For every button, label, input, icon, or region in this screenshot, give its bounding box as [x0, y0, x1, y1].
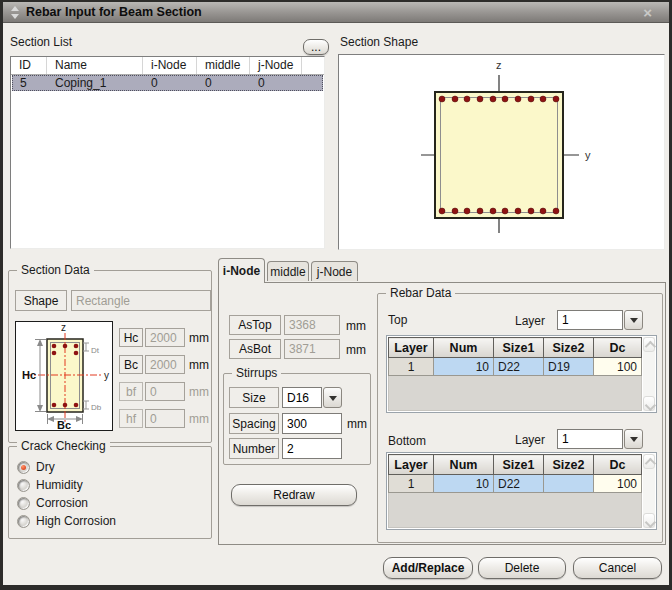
cell-layer: 1 — [389, 358, 434, 376]
radio-corrosion-label: Corrosion — [36, 496, 88, 510]
as-top-field: 3368 — [284, 315, 340, 335]
table-empty-area — [388, 493, 642, 528]
as-bot-unit: mm — [346, 343, 366, 357]
radio-row-corrosion[interactable]: Corrosion — [17, 496, 88, 510]
cell-layer: 1 — [389, 475, 434, 493]
bc-field: 2000 — [145, 355, 185, 374]
hdr-size1: Size1 — [494, 455, 544, 475]
section-data-diagram-box: z y Hc Bc — [15, 321, 113, 431]
tab-i-node[interactable]: i-Node — [218, 258, 265, 283]
section-list-box[interactable]: ID Name i-Node middle j-Node 5 Coping_1 … — [10, 56, 325, 249]
close-icon[interactable]: × — [643, 5, 652, 20]
col-middle[interactable]: middle — [197, 57, 250, 74]
bottom-layer-value: 1 — [557, 429, 623, 449]
stirrup-size-dropdown-button[interactable] — [323, 387, 342, 408]
bottom-layer-label: Layer — [515, 433, 545, 447]
add-replace-button[interactable]: Add/Replace — [383, 557, 473, 579]
stirrups-legend: Stirrups — [232, 366, 281, 380]
bottom-layer-combo[interactable]: 1 — [557, 429, 643, 449]
stirrup-size-combo[interactable]: D16 — [282, 387, 342, 408]
radio-corrosion[interactable] — [17, 497, 30, 510]
stirrup-size-label: Size — [229, 387, 279, 408]
scroll-down-button[interactable] — [643, 396, 655, 411]
cell-num[interactable]: 10 — [434, 358, 494, 376]
chevron-down-icon — [630, 437, 638, 446]
as-top-label: AsTop — [229, 315, 281, 335]
rebar-input-dialog: Rebar Input for Beam Section × Section L… — [0, 0, 672, 590]
col-j-node[interactable]: j-Node — [250, 57, 302, 74]
scroll-down-button[interactable] — [643, 513, 655, 528]
diagram-db-label: Db — [91, 403, 102, 412]
tab-middle[interactable]: middle — [267, 261, 309, 281]
radio-humidity[interactable] — [17, 479, 30, 492]
browse-button[interactable]: ... — [303, 39, 329, 55]
cell-size2[interactable]: D19 — [544, 358, 594, 376]
diagram-y-label: y — [104, 370, 109, 381]
bottom-rebar-table[interactable]: Layer Num Size1 Size2 Dc 1 10 D22 100 — [386, 452, 657, 530]
diagram-hc-label: Hc — [22, 369, 36, 381]
table-row[interactable]: 1 10 D22 D19 100 — [389, 358, 642, 376]
cancel-button[interactable]: Cancel — [573, 557, 662, 579]
radio-row-dry[interactable]: Dry — [17, 460, 55, 474]
bottom-layer-dropdown-button[interactable] — [624, 429, 643, 449]
bc-unit: mm — [189, 358, 209, 372]
cell-i-node: 0 — [144, 76, 198, 90]
stirrup-number-field[interactable]: 2 — [282, 438, 342, 459]
hdr-size1: Size1 — [494, 338, 544, 358]
cell-dc[interactable]: 100 — [594, 475, 642, 493]
tab-j-node[interactable]: j-Node — [311, 261, 358, 281]
bottom-label: Bottom — [388, 434, 426, 448]
top-layer-dropdown-button[interactable] — [624, 310, 643, 330]
cell-dc[interactable]: 100 — [594, 358, 642, 376]
hc-unit: mm — [189, 331, 209, 345]
top-rebar-table[interactable]: Layer Num Size1 Size2 Dc 1 10 D22 D19 10… — [386, 335, 657, 413]
stirrup-number-label: Number — [229, 438, 279, 459]
section-data-diagram: z y Hc Bc — [16, 322, 112, 430]
crack-checking-legend: Crack Checking — [17, 439, 110, 453]
radio-dry[interactable] — [17, 461, 30, 474]
cell-name: Coping_1 — [48, 76, 144, 90]
scroll-up-button[interactable] — [643, 454, 655, 469]
col-i-node[interactable]: i-Node — [143, 57, 197, 74]
cell-size1[interactable]: D22 — [494, 358, 544, 376]
radio-high-corrosion[interactable] — [17, 515, 30, 528]
col-id[interactable]: ID — [11, 57, 47, 74]
hdr-dc: Dc — [594, 455, 642, 475]
radio-row-high-corrosion[interactable]: High Corrosion — [17, 514, 116, 528]
radio-high-corrosion-label: High Corrosion — [36, 514, 116, 528]
hc-label: Hc — [119, 328, 143, 347]
titlebar[interactable]: Rebar Input for Beam Section × — [3, 2, 669, 23]
chevron-down-icon — [329, 396, 337, 405]
section-shape-box: z y — [338, 54, 665, 250]
radio-humidity-label: Humidity — [36, 478, 83, 492]
as-bot-label: AsBot — [229, 339, 281, 359]
top-layer-combo[interactable]: 1 — [557, 310, 643, 330]
col-name[interactable]: Name — [47, 57, 143, 74]
cell-num[interactable]: 10 — [434, 475, 494, 493]
table-row-selected[interactable]: 5 Coping_1 0 0 0 — [12, 75, 323, 91]
redraw-button[interactable]: Redraw — [231, 484, 357, 506]
section-drawing: z y — [339, 55, 664, 249]
bc-label: Bc — [119, 355, 143, 374]
radio-row-humidity[interactable]: Humidity — [17, 478, 83, 492]
hc-field: 2000 — [145, 328, 185, 347]
top-table-scrollbar[interactable] — [643, 337, 655, 411]
top-layer-label: Layer — [515, 314, 545, 328]
delete-button[interactable]: Delete — [478, 557, 566, 579]
rebar-data-legend: Rebar Data — [386, 286, 455, 300]
bf-label: bf — [119, 382, 143, 401]
table-row[interactable]: 1 10 D22 100 — [389, 475, 642, 493]
stirrup-spacing-field[interactable]: 300 — [282, 413, 342, 434]
rebar-data-group: Rebar Data Top Layer 1 Layer Num Size1 — [377, 293, 663, 543]
window-sort-icon — [10, 6, 19, 19]
top-layer-value: 1 — [557, 310, 623, 330]
cell-size1[interactable]: D22 — [494, 475, 544, 493]
bottom-table-scrollbar[interactable] — [643, 454, 655, 528]
hf-unit: mm — [189, 412, 209, 426]
scroll-up-button[interactable] — [643, 337, 655, 352]
hdr-layer: Layer — [389, 455, 434, 475]
section-data-legend: Section Data — [17, 263, 94, 277]
stirrup-size-value: D16 — [282, 387, 322, 408]
hdr-layer: Layer — [389, 338, 434, 358]
cell-size2[interactable] — [544, 475, 594, 493]
